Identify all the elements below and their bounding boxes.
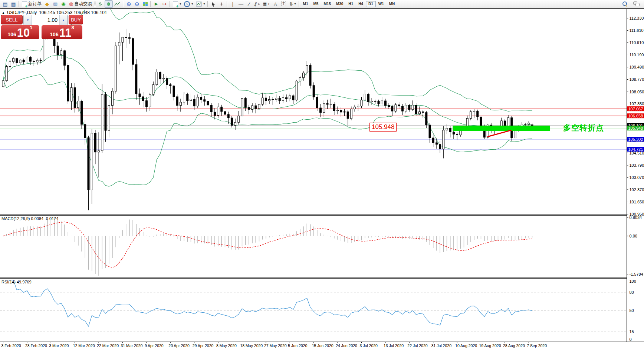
timeframe-d1[interactable]: D1 bbox=[366, 1, 376, 7]
auto-trading-icon: ◍ bbox=[69, 1, 73, 6]
search-button[interactable] bbox=[621, 0, 629, 8]
toolbar-divider bbox=[0, 8, 644, 9]
price-tick-label: 110.910 bbox=[630, 40, 644, 45]
turning-point-annotation[interactable]: 多空转折点 bbox=[563, 123, 604, 133]
price-tick-label: 103.790 bbox=[630, 163, 644, 167]
volume-increase-button[interactable]: ▲ bbox=[59, 15, 68, 25]
timeframe-m5[interactable]: M5 bbox=[311, 1, 321, 7]
macd-axis-label: 0.00 bbox=[630, 234, 637, 238]
price-tick-label: 107.350 bbox=[630, 102, 644, 106]
date-tick-label: 24 Jun 2020 bbox=[336, 343, 357, 348]
chart-shift-button[interactable]: ↦ bbox=[160, 0, 168, 8]
buy-price-box[interactable]: 106 11 8 bbox=[42, 25, 82, 39]
text-button[interactable]: A bbox=[272, 0, 280, 8]
chevron-down-icon: ▾ bbox=[203, 2, 205, 6]
date-tick-label: 20 Apr 2020 bbox=[168, 343, 190, 348]
level-price-label[interactable]: 105.948 bbox=[369, 123, 397, 132]
market-watch-button[interactable]: ▤ bbox=[1, 0, 9, 8]
indicators-button[interactable]: ▾ bbox=[194, 0, 206, 8]
buy-button[interactable]: BUY bbox=[69, 15, 83, 24]
date-tick-label: 29 Apr 2020 bbox=[193, 343, 214, 348]
symbol-info-line: ▲ USDJPY-,Daily 106.145 106.253 106.048 … bbox=[2, 10, 107, 15]
macd-axis-label: 0.8034 bbox=[630, 215, 642, 220]
cursor-button[interactable] bbox=[209, 0, 217, 8]
timeframe-m15[interactable]: M15 bbox=[321, 1, 333, 7]
toolbar-right bbox=[621, 0, 643, 8]
sell-price-box[interactable]: 106 10 1 bbox=[1, 25, 39, 39]
volume-value[interactable]: 1.00 bbox=[32, 15, 59, 25]
support-zone-rectangle[interactable] bbox=[453, 126, 550, 131]
auto-trading-label: 自动交易 bbox=[74, 1, 92, 7]
zoom-in-button[interactable]: ⊕ bbox=[125, 0, 133, 8]
text-label-button[interactable]: T bbox=[280, 0, 288, 8]
timeframe-h4[interactable]: H4 bbox=[356, 1, 366, 7]
chat-icon bbox=[633, 1, 639, 6]
collapse-panel-icon[interactable]: ▲ bbox=[2, 11, 5, 14]
profiles-button[interactable]: ▾ bbox=[183, 0, 194, 8]
tile-windows-button[interactable] bbox=[141, 0, 149, 8]
price-tick-label: 103.070 bbox=[630, 175, 644, 180]
fibonacci-button[interactable]: ≣ F bbox=[262, 0, 272, 8]
arrows-button[interactable]: ⇅ ▾ bbox=[288, 0, 298, 8]
chat-button[interactable] bbox=[632, 0, 641, 8]
text-icon: A bbox=[274, 1, 277, 6]
indicators-icon bbox=[196, 1, 202, 7]
toolbar-grip bbox=[94, 1, 96, 7]
mql5-community-button[interactable]: ✉ bbox=[51, 0, 59, 8]
sell-button[interactable]: SELL bbox=[1, 15, 23, 24]
horizontal-line-button[interactable]: — bbox=[237, 0, 245, 8]
sell-price-base: 106 bbox=[7, 30, 16, 39]
date-tick-label: 18 May 2020 bbox=[240, 343, 263, 348]
line-chart-button[interactable] bbox=[113, 0, 122, 8]
toolbar-separator bbox=[299, 1, 299, 7]
bar-chart-button[interactable] bbox=[96, 0, 105, 8]
new-chart-button[interactable]: + ▾ bbox=[171, 0, 183, 8]
sell-price-point: 1 bbox=[30, 21, 32, 34]
candlestick-chart-button[interactable] bbox=[105, 0, 113, 8]
zoom-in-icon: ⊕ bbox=[126, 1, 131, 7]
signals-button[interactable]: ◉ bbox=[59, 0, 68, 8]
crosshair-icon: + bbox=[220, 1, 223, 7]
price-level-badge-value: 106.658 bbox=[628, 114, 643, 118]
signals-icon: ◉ bbox=[61, 1, 65, 6]
timeframe-mn[interactable]: MN bbox=[387, 1, 398, 7]
new-order-button[interactable]: + 新订单 bbox=[20, 0, 43, 8]
market-icon: ◆ bbox=[45, 1, 49, 7]
rsi-axis-label: 50 bbox=[630, 308, 634, 313]
macd-values: 0.0084 -0.0174 bbox=[31, 216, 58, 221]
zoom-out-button[interactable]: ⊖ bbox=[133, 0, 141, 8]
chart-frame bbox=[0, 9, 644, 349]
price-tick-label: 110.190 bbox=[630, 53, 644, 57]
crosshair-button[interactable]: + bbox=[217, 0, 226, 8]
symbol-title: USDJPY-,Daily bbox=[7, 10, 37, 15]
buy-price-base: 106 bbox=[50, 30, 58, 39]
price-level-badge-value: 105.948 bbox=[628, 126, 643, 130]
date-tick-label: 9 Apr 2020 bbox=[145, 343, 164, 348]
date-tick-label: 13 Jul 2020 bbox=[384, 343, 404, 348]
line-chart-icon bbox=[114, 1, 120, 7]
timeframe-w1[interactable]: W1 bbox=[376, 1, 387, 7]
data-window-button[interactable]: ▦ bbox=[9, 0, 17, 8]
timeframe-m1[interactable]: M1 bbox=[300, 1, 311, 7]
new-chart-icon: + bbox=[173, 1, 178, 7]
date-tick-label: 19 Aug 2020 bbox=[479, 343, 501, 348]
trendline-button[interactable]: ∕ bbox=[245, 0, 253, 8]
timeframe-buttons: M1M5M15M30H1H4D1W1MN bbox=[300, 1, 398, 7]
equidistant-channel-button[interactable]: ∥ E bbox=[253, 0, 261, 8]
timeframe-m30[interactable]: M30 bbox=[334, 1, 346, 7]
vertical-line-button[interactable]: | bbox=[229, 0, 237, 8]
auto-scroll-button[interactable]: ▶ bbox=[152, 0, 160, 8]
candlestick-icon bbox=[106, 1, 111, 7]
price-tick-label: 101.650 bbox=[630, 200, 644, 204]
date-tick-label: 31 Mar 2020 bbox=[121, 343, 143, 348]
date-tick-label: 15 Jun 2020 bbox=[312, 343, 334, 348]
bar-chart-icon bbox=[98, 1, 103, 7]
auto-trading-button[interactable]: ◍ 自动交易 bbox=[68, 0, 93, 8]
chart-canvas[interactable]: 112.330111.610110.910110.190109.490108.7… bbox=[0, 0, 644, 349]
market-button[interactable]: ◆ bbox=[43, 0, 51, 8]
timeframe-h1[interactable]: H1 bbox=[346, 1, 356, 7]
macd-axis-label: -1.5784 bbox=[630, 272, 643, 276]
price-tick-label: 112.330 bbox=[630, 16, 644, 20]
main-toolbar: ▤ ▦ + 新订单 ◆ ✉ ◉ ◍ 自动交易 ⊕ ⊖ ▶ ↦ + ▾ ▾ bbox=[0, 0, 644, 8]
rsi-name: RSI(14) bbox=[1, 280, 16, 284]
